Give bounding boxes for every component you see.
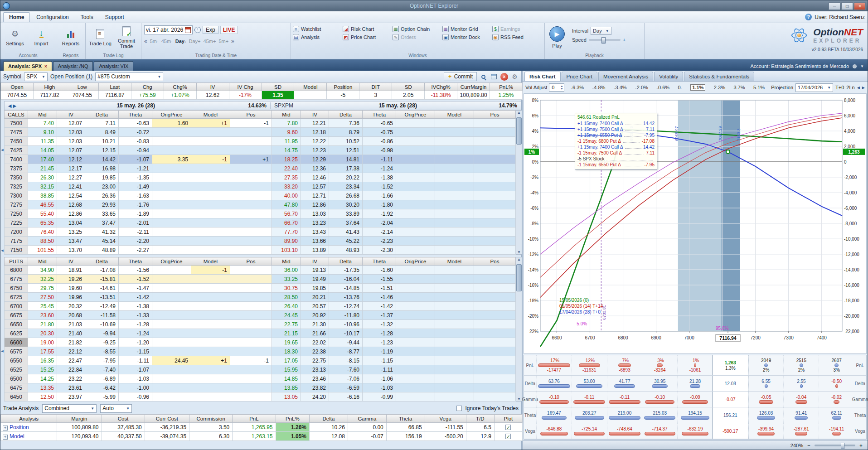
tab-close-icon[interactable]: × (44, 64, 47, 69)
chain-cell[interactable] (396, 356, 435, 365)
chain-cell[interactable]: 12.68 (57, 200, 85, 209)
chain-cell[interactable] (396, 191, 435, 200)
chain-cell[interactable]: 65.35 (28, 218, 57, 227)
strike-cell[interactable]: 6700 (5, 302, 28, 311)
tab-analysis-spx[interactable]: Analysis: SPX× (3, 61, 52, 71)
chain-cell[interactable] (191, 320, 230, 329)
chain-cell[interactable]: 48.89 (85, 246, 119, 255)
chain-cell[interactable] (474, 173, 516, 182)
reports-button[interactable]: Reports (58, 24, 83, 50)
chain-cell[interactable]: 29.93 (85, 200, 119, 209)
chain-cell[interactable]: -2.04 (363, 218, 396, 227)
chain-cell[interactable]: -0.65 (363, 119, 396, 128)
chain-row-7475[interactable]: 74759.1012.038.49-0.729.6012.188.79-0.75 (5, 128, 516, 137)
chain-prev-icon[interactable]: ◀ (8, 103, 12, 108)
chain-cell[interactable] (152, 293, 191, 302)
analysis-row-model[interactable]: +Model120,093.4040,337.50-39,074.356.301… (1, 432, 523, 441)
chain-cell[interactable] (396, 173, 435, 182)
chain-cell[interactable]: 33.25 (272, 275, 301, 284)
chain-cell[interactable]: -1.92 (363, 209, 396, 218)
tab-movement-analysis[interactable]: Movement Analysis (598, 72, 653, 81)
chain-cell[interactable]: 12.36 (301, 164, 329, 173)
chain-cell[interactable]: 26.30 (28, 173, 57, 182)
chain-cell[interactable]: -7.95 (85, 356, 119, 365)
chain-cell[interactable]: 13.89 (301, 246, 329, 255)
chain-cell[interactable]: 12.07 (57, 146, 85, 155)
chain-row-6500[interactable]: 650014.2523.22-6.89-1.0314.8523.46-7.06-… (5, 374, 516, 383)
chain-cell[interactable] (152, 374, 191, 383)
chain-cell[interactable]: 103.10 (272, 246, 301, 255)
chain-row-7375[interactable]: 737521.4512.1716.98-1.2122.4012.3617.38-… (5, 164, 516, 173)
zoom-in-icon[interactable]: + (858, 443, 864, 448)
chain-cell[interactable] (396, 209, 435, 218)
chain-cell[interactable]: 17.55 (28, 347, 57, 356)
chain-cell[interactable]: 32.25 (28, 275, 57, 284)
chain-column-header[interactable]: Theta (119, 111, 152, 119)
chain-cell[interactable] (152, 347, 191, 356)
chain-cell[interactable]: 16.35 (28, 356, 57, 365)
chain-cell[interactable]: 33.89 (329, 209, 363, 218)
chain-cell[interactable] (435, 293, 474, 302)
chain-cell[interactable]: -1.06 (363, 374, 396, 383)
zoom-icon[interactable] (480, 73, 487, 81)
chain-cell[interactable]: -0.99 (363, 392, 396, 402)
chain-cell[interactable] (230, 173, 272, 182)
chain-cell[interactable]: 8.79 (329, 128, 363, 137)
chain-cell[interactable] (191, 302, 230, 311)
chain-cell[interactable] (435, 218, 474, 227)
chain-cell[interactable]: +1 (230, 155, 272, 164)
chain-column-header[interactable]: Delta (85, 257, 119, 266)
chain-cell[interactable]: 22.75 (272, 320, 301, 329)
chain-cell[interactable] (152, 302, 191, 311)
chain-cell[interactable]: 19.85 (85, 173, 119, 182)
chain-cell[interactable] (396, 227, 435, 237)
chain-cell[interactable] (191, 164, 230, 173)
chain-cell[interactable]: -10.69 (85, 320, 119, 329)
chain-cell[interactable]: 22.84 (57, 365, 85, 374)
menu-item-home[interactable]: Home (3, 12, 30, 22)
chain-cell[interactable]: 14.25 (28, 374, 57, 383)
chain-cell[interactable] (435, 329, 474, 338)
chain-cell[interactable]: 30.75 (272, 284, 301, 293)
chain-cell[interactable]: 20.32 (57, 302, 85, 311)
chain-cell[interactable]: 14.42 (85, 155, 119, 164)
chain-row-7450[interactable]: 745011.3512.0310.21-0.8311.9512.2210.52-… (5, 137, 516, 146)
chain-cell[interactable] (474, 392, 516, 402)
chain-cell[interactable] (435, 246, 474, 255)
chain-cell[interactable]: 21.40 (57, 329, 85, 338)
chain-cell[interactable] (191, 383, 230, 392)
chain-cell[interactable]: 23.61 (57, 383, 85, 392)
chain-cell[interactable] (435, 146, 474, 155)
chain-cell[interactable]: 7.40 (28, 119, 57, 128)
chain-cell[interactable] (152, 237, 191, 246)
chain-cell[interactable] (152, 246, 191, 255)
chain-cell[interactable]: -16.04 (329, 275, 363, 284)
strike-cell[interactable]: 6625 (5, 329, 28, 338)
interval-select[interactable]: Day▼ (591, 27, 611, 35)
chain-cell[interactable] (396, 284, 435, 293)
chain-cell[interactable]: 12.50 (28, 392, 57, 402)
chain-cell[interactable]: 33.65 (85, 209, 119, 218)
chain-cell[interactable]: 19.49 (301, 275, 329, 284)
chain-cell[interactable]: 15.25 (28, 365, 57, 374)
chain-cell[interactable]: 32.15 (28, 182, 57, 191)
chain-cell[interactable]: -1.63 (119, 191, 152, 200)
chain-cell[interactable]: 11.95 (272, 137, 301, 146)
chain-cell[interactable]: -1.42 (363, 302, 396, 311)
chain-cell[interactable] (474, 237, 516, 246)
chain-row-6625[interactable]: 662520.3021.40-9.94-1.2421.1521.66-10.17… (5, 329, 516, 338)
window-toggle-price-chart[interactable]: ◩Price Chart (343, 34, 388, 40)
chain-cell[interactable] (435, 237, 474, 246)
strike-cell[interactable]: 6675 (5, 311, 28, 320)
tab-risk-chart[interactable]: Risk Chart (524, 72, 561, 81)
chain-cell[interactable]: 13.85 (272, 383, 301, 392)
chain-cell[interactable]: -12.49 (85, 302, 119, 311)
chain-cell[interactable] (230, 338, 272, 347)
chain-cell[interactable]: -2.20 (119, 237, 152, 246)
chain-cell[interactable]: -1.28 (119, 320, 152, 329)
chain-cell[interactable] (435, 338, 474, 347)
chain-cell[interactable]: -2.11 (119, 227, 152, 237)
chain-cell[interactable] (230, 275, 272, 284)
chain-cell[interactable]: 21.03 (57, 320, 85, 329)
chain-cell[interactable] (152, 128, 191, 137)
